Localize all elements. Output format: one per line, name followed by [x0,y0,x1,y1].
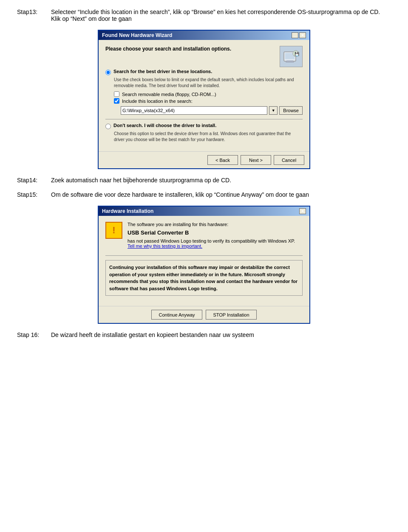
wizard-header-text: Please choose your search and installati… [105,46,303,52]
divider [105,119,303,119]
hw-logo-link[interactable]: Tell me why this testing is important. [128,243,202,249]
radio2-desc: Choose this option to select the device … [114,131,303,143]
checkbox2-label: Include this location in the search: [122,99,193,104]
step13-label: Stap13: [17,8,51,15]
checkbox1-row: Search removable media (floppy, CD-ROM..… [114,91,303,97]
step14-text: Zoek automatisch naar het bijbehorende s… [51,177,391,184]
step15-text: Om de software die voor deze hardware te… [51,191,391,198]
checkbox-area: Search removable media (floppy, CD-ROM..… [114,91,303,104]
radio2-row: Don't search. I will choose the driver t… [105,123,303,129]
wizard-footer: < Back Next > Cancel [99,151,309,168]
radio1-input[interactable] [105,70,111,75]
wizard-close-btn[interactable]: ✕ [299,32,306,38]
hw-main-text: The software you are installing for this… [128,222,303,227]
radio1-label: Search for the best driver in these loca… [113,69,212,74]
step16-label: Stap 16: [17,331,51,338]
hw-logo-text-span: has not passed Windows Logo testing to v… [128,238,295,243]
svg-text:💾: 💾 [295,51,299,57]
warning-icon: ! [105,222,122,239]
wizard-header-area: Please choose your search and installati… [105,46,303,69]
checkbox1-input[interactable] [114,91,119,97]
wizard-title: Found New Hardware Wizard [102,32,172,38]
hw-divider [105,255,303,256]
next-button[interactable]: Next > [241,155,271,165]
hw-logo-text: has not passed Windows Logo testing to v… [128,238,303,249]
hw-title: Hardware Installation [102,208,153,214]
step14-label: Stap14: [17,177,51,184]
radio-section-2: Don't search. I will choose the driver t… [105,123,303,143]
step13-row: Stap13: Selecteer “Include this location… [17,8,391,22]
continue-anyway-button[interactable]: Continue Anyway [151,310,202,320]
wizard-dialog-container: Found New Hardware Wizard _ ✕ Please cho… [17,30,391,169]
svg-rect-3 [286,62,294,62]
hw-footer: Continue Anyway STOP Installation [99,306,309,323]
path-input[interactable] [121,106,267,115]
radio2-label: Don't search. I will choose the driver t… [113,123,216,128]
wizard-icon: 💾 [280,46,303,67]
step13-text: Selecteer “Include this location in the … [51,8,391,22]
stop-installation-button[interactable]: STOP Installation [206,310,257,320]
checkbox1-label: Search removable media (floppy, CD-ROM..… [122,92,216,97]
svg-rect-2 [286,60,293,62]
cancel-button[interactable]: Cancel [274,155,304,165]
checkbox2-input[interactable] [114,98,119,104]
hw-titlebar-buttons: ✕ [299,208,306,214]
radio1-row: Search for the best driver in these loca… [105,69,303,75]
wizard-body: Please choose your search and installati… [99,40,309,151]
hw-titlebar: Hardware Installation ✕ [99,207,309,216]
checkbox2-row: Include this location in the search: [114,98,303,104]
step15-row: Stap15: Om de software die voor deze har… [17,191,391,198]
radio2-input[interactable] [105,124,111,129]
step16-text: De wizard heeft de installatie gestart e… [51,331,391,338]
step14-row: Stap14: Zoek automatisch naar het bijbeh… [17,177,391,184]
path-dropdown[interactable]: ▼ [269,106,278,115]
hw-close-btn[interactable]: ✕ [299,208,306,214]
wizard-dialog: Found New Hardware Wizard _ ✕ Please cho… [98,30,310,169]
warning-symbol: ! [112,225,115,236]
radio-section-1: Search for the best driver in these loca… [105,69,303,115]
hw-dialog-container: Hardware Installation ✕ ! The software y… [17,206,391,324]
back-button[interactable]: < Back [207,155,238,165]
hw-body: ! The software you are installing for th… [99,216,309,306]
browse-button[interactable]: Browse [279,106,303,115]
hw-text-area: The software you are installing for this… [128,222,303,250]
wizard-titlebar-buttons: _ ✕ [292,32,306,38]
hw-device-name: USB Serial Converter B [128,229,303,236]
hw-dialog: Hardware Installation ✕ ! The software y… [98,206,310,324]
step15-label: Stap15: [17,191,51,198]
hw-warning-box: Continuing your installation of this sof… [105,260,303,296]
wizard-minimize-btn[interactable]: _ [292,32,298,38]
hw-top-row: ! The software you are installing for th… [105,222,303,250]
path-row: ▼ Browse [121,106,303,115]
radio1-desc: Use the check boxes below to limit or ex… [114,77,303,89]
wizard-titlebar: Found New Hardware Wizard _ ✕ [99,31,309,40]
step16-row: Stap 16: De wizard heeft de installatie … [17,331,391,338]
